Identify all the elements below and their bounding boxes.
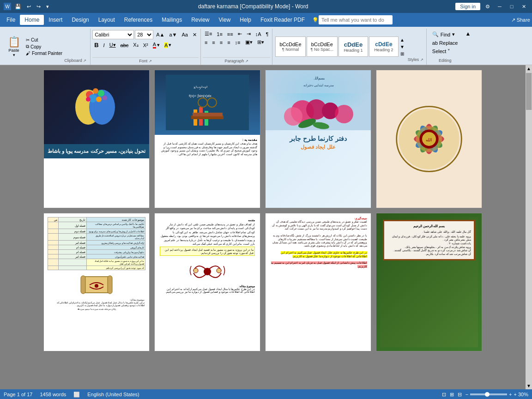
page7-content: نتیجه‌گیری: اهمیت تفکر و تعمق در پدیده‌ه… — [267, 215, 369, 270]
page6-text: از اهداف تفکر و تعمق در پدیده‌های طبیعی … — [160, 223, 255, 246]
increase-font-btn[interactable]: A▲ — [154, 31, 166, 38]
document-area[interactable]: تحول بنیادین، مسیر حرکت مدرسه پویا و باش… — [0, 65, 526, 389]
page1-title: تحول بنیادین، مسیر حرکت مدرسه پویا و باش… — [44, 144, 149, 158]
page7-text: نتیجه‌گیری: اهمیت تفکر و تعمق در پدیده‌ه… — [269, 217, 367, 268]
page-thumb-4[interactable]: الله — [376, 70, 482, 208]
subscript-btn[interactable]: X₂ — [131, 41, 140, 49]
style-heading2[interactable]: cDdEe Heading 2 — [369, 36, 399, 57]
superscript-btn[interactable]: X² — [141, 42, 150, 49]
show-hide-btn[interactable]: ¶ — [264, 30, 271, 38]
center-btn[interactable]: ≡ — [210, 39, 217, 46]
status-right: ⊡ ⊞ ⊟ − + + 30% — [442, 392, 528, 398]
font-name-select[interactable]: Calibri — [92, 30, 134, 39]
font-color-btn[interactable]: A ▾ — [151, 41, 162, 49]
page-thumb-1[interactable]: تحول بنیادین، مسیر حرکت مدرسه پویا و باش… — [43, 70, 150, 208]
menu-foxit[interactable]: Foxit Reader PDF — [256, 15, 309, 25]
view-print-icon[interactable]: ⊡ — [442, 392, 446, 398]
view-web-icon[interactable]: ⊞ — [450, 392, 454, 398]
menu-layout[interactable]: Layout — [94, 15, 120, 25]
shading-btn[interactable]: ▣▾ — [243, 38, 254, 46]
align-left-btn[interactable]: ≡ — [203, 39, 209, 46]
font-row2: B I U▾ abc X₂ X² A ▾ A ▾ — [92, 41, 173, 49]
multilevel-btn[interactable]: ≡≡ — [225, 30, 235, 38]
page-thumb-3[interactable]: بسم‌اللہ مدرسه ابتدایی دخترانه دفتر کارن… — [265, 70, 371, 208]
page-thumb-8[interactable]: بسم الله الرحمن الرحیم گل مال علمه الله … — [376, 213, 482, 351]
increase-indent-btn[interactable]: ⇥ — [245, 30, 253, 38]
replace-label: ab Replace — [432, 40, 458, 46]
ribbon-collapse-btn[interactable]: ▲ — [463, 29, 472, 39]
redo-btn[interactable]: ↪ — [35, 3, 42, 11]
view-read-icon[interactable]: ⊟ — [458, 392, 462, 398]
vertical-scrollbar[interactable]: ▲ ▼ — [526, 65, 532, 389]
numbering-btn[interactable]: 1≡ — [215, 30, 224, 38]
select-button[interactable]: Select ˅ — [429, 48, 461, 55]
decrease-indent-btn[interactable]: ⇤ — [236, 30, 244, 38]
quick-save-btn[interactable]: 💾 — [13, 3, 23, 11]
page6-section: موضوع مقاله: — [160, 284, 255, 288]
paste-button[interactable]: 📋 Paste ▾ — [4, 30, 24, 64]
customize-btn[interactable]: ▾ — [44, 3, 51, 11]
zoom-out-btn[interactable]: − — [466, 392, 468, 397]
bold-btn[interactable]: B — [92, 41, 100, 49]
font-size-select[interactable]: 28 — [135, 30, 153, 39]
paste-icon: 📋 — [8, 36, 20, 48]
menu-design[interactable]: Design — [67, 15, 93, 25]
page-thumb-6[interactable]: مقدمه از اهداف تفکر و تعمق در پدیده‌های … — [154, 213, 260, 351]
copy-button[interactable]: ⧉ Copy — [24, 43, 64, 50]
bullets-btn[interactable]: ☰≡ — [203, 30, 214, 38]
line-spacing-btn[interactable]: ↕≡ — [233, 39, 242, 46]
menu-help[interactable]: Help — [235, 15, 256, 25]
scroll-up-btn[interactable]: ▲ — [526, 65, 532, 72]
page-thumb-5[interactable]: موضوعات کار شدهتاریخص تکلیف ها با کمک وا… — [43, 213, 150, 351]
change-case-btn[interactable]: Aa — [180, 31, 189, 38]
highlight-btn[interactable]: A ▾ — [163, 41, 173, 49]
menu-view[interactable]: View — [214, 15, 236, 25]
scroll-thumb[interactable] — [526, 73, 532, 110]
strikethrough-btn[interactable]: abc — [119, 42, 131, 49]
page-thumb-7[interactable]: نتیجه‌گیری: اهمیت تفکر و تعمق در پدیده‌ه… — [265, 213, 371, 351]
menu-review[interactable]: Review — [187, 15, 214, 25]
cut-button[interactable]: ✂ Cut — [24, 37, 64, 43]
language-indicator: ⬜ — [73, 392, 80, 398]
close-btn[interactable]: ✕ — [519, 2, 528, 11]
styles-more[interactable]: ⊞ — [399, 51, 405, 57]
minimize-btn[interactable]: ─ — [495, 2, 504, 11]
menu-file[interactable]: File — [2, 15, 20, 25]
page-thumb-2[interactable]: x²+y²=r² f(x)= ∫sin(x)dx — [154, 70, 260, 208]
format-painter-button[interactable]: 🖌 Format Painter — [24, 50, 64, 56]
zoom-slider[interactable] — [470, 393, 507, 395]
zoom-thumb — [485, 392, 490, 397]
paste-dropdown-icon[interactable]: ▾ — [13, 53, 15, 57]
replace-button[interactable]: ab Replace — [429, 39, 461, 47]
borders-btn[interactable]: ⊞▾ — [255, 38, 266, 46]
paste-label: Paste — [8, 48, 19, 53]
sign-in-button[interactable]: Sign in — [455, 3, 480, 10]
clear-format-btn[interactable]: ✕ — [191, 31, 199, 39]
page5-content: موضوعات کار شدهتاریخص تکلیف ها با کمک وا… — [46, 215, 147, 312]
justify-btn[interactable]: ≡ — [225, 39, 232, 46]
zoom-in-btn[interactable]: + — [509, 392, 512, 397]
menu-insert[interactable]: Insert — [44, 15, 67, 25]
italic-btn[interactable]: I — [102, 42, 107, 49]
style-no-spacing[interactable]: bCcDdEe ¶ No Spac... — [307, 36, 338, 57]
maximize-btn[interactable]: □ — [507, 2, 516, 11]
find-button[interactable]: 🔍 Find ▾ — [429, 30, 461, 38]
settings-btn[interactable]: ⚙ — [483, 2, 492, 11]
menu-mailings[interactable]: Mailings — [157, 15, 187, 25]
styles-scroll-down[interactable]: ▼ — [399, 44, 405, 50]
style-normal[interactable]: bCcDdEe ¶ Normal — [275, 36, 305, 57]
styles-scroll-up[interactable]: ▲ — [399, 37, 405, 43]
sort-btn[interactable]: ↕A — [254, 30, 263, 38]
page5-table: موضوعات کار شدهتاریخص تکلیف ها با کمک وا… — [48, 217, 145, 270]
menu-home[interactable]: Home — [20, 15, 44, 25]
share-btn[interactable]: ↗ Share — [511, 17, 530, 23]
style-heading1[interactable]: cDdEe Heading 1 — [339, 36, 368, 57]
align-right-btn[interactable]: ≡ — [218, 39, 224, 46]
underline-btn[interactable]: U▾ — [108, 41, 118, 49]
tell-me-input[interactable] — [319, 15, 393, 24]
decrease-font-btn[interactable]: a▼ — [167, 31, 179, 38]
svg-text:بسم‌اللہ: بسم‌اللہ — [313, 76, 325, 80]
menu-references[interactable]: References — [120, 15, 157, 25]
undo-btn[interactable]: ↩ — [25, 3, 33, 11]
scroll-down-btn[interactable]: ▼ — [526, 382, 532, 389]
